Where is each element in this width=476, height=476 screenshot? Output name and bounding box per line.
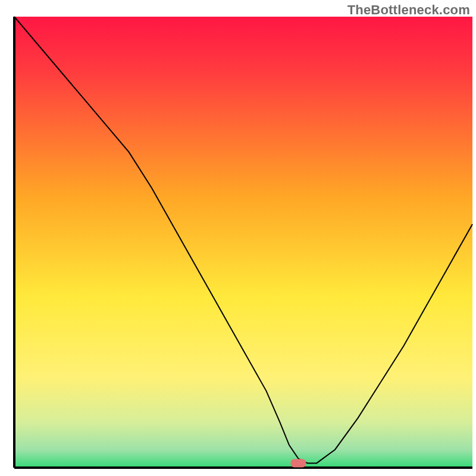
optimal-marker [290, 459, 306, 467]
bottleneck-chart: TheBottleneck.com [0, 0, 476, 476]
watermark-text: TheBottleneck.com [347, 2, 470, 18]
plot-background [14, 17, 472, 468]
chart-svg [0, 0, 476, 476]
